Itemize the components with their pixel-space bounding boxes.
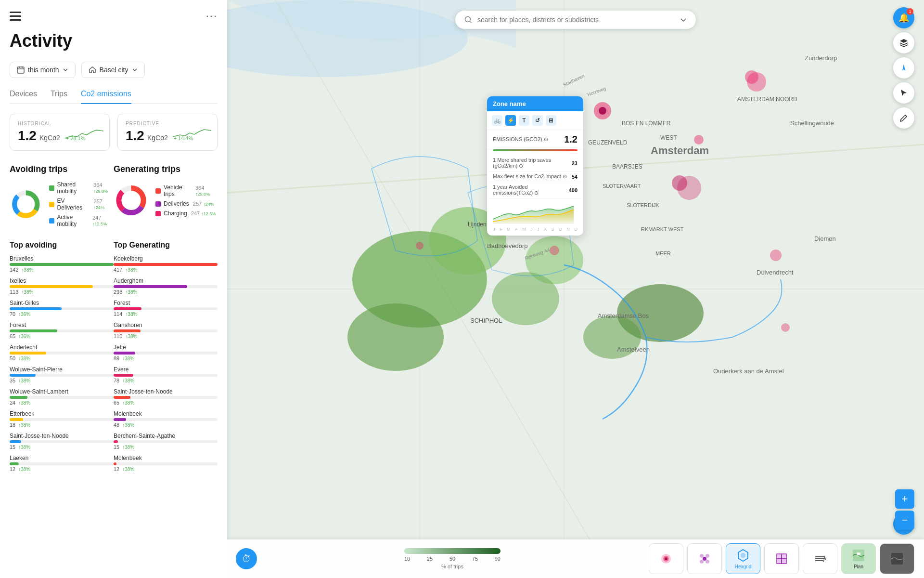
clock-button[interactable]: ⏱ — [236, 548, 257, 569]
bar-fill — [10, 462, 19, 465]
kpi-historical-value: 1.2 — [18, 128, 37, 144]
layer-dots-button[interactable] — [687, 543, 722, 574]
bar-fill — [10, 263, 114, 266]
zone-icon-text[interactable]: T — [519, 115, 529, 126]
layer-dark-style-button[interactable] — [880, 543, 914, 574]
layers-icon — [899, 38, 909, 48]
bar-delta: ↑38% — [122, 467, 134, 472]
bar-track — [10, 440, 114, 443]
hexgrid-icon — [736, 549, 750, 562]
svg-text:Badhoevedorp: Badhoevedorp — [487, 242, 528, 250]
svg-text:Amsterdam: Amsterdam — [651, 144, 709, 157]
bar-fill — [114, 352, 135, 355]
tab-trips[interactable]: Trips — [51, 90, 67, 104]
bar-delta: ↑38% — [125, 312, 137, 317]
legend-dot-blue — [49, 218, 54, 223]
bar-track — [114, 307, 218, 310]
navigate-button[interactable] — [893, 57, 914, 79]
bar-track — [10, 396, 114, 399]
bar-track — [114, 285, 218, 288]
cursor-button[interactable] — [893, 82, 914, 104]
bar-lists: Top avoiding Bruxelles 142 ↑38% Ixelles … — [10, 241, 218, 477]
zone-chart: JFMAMJ JASOND — [487, 198, 583, 236]
tab-co2[interactable]: Co2 emissions — [81, 90, 131, 104]
bar-stats: 298 ↑38% — [114, 289, 218, 295]
bar-item-name: Saint-Gilles — [10, 300, 114, 306]
bar-stats: 114 ↑38% — [114, 311, 218, 317]
bar-fill — [114, 440, 118, 443]
edit-button[interactable] — [893, 107, 914, 129]
zoom-in-button[interactable]: + — [895, 489, 914, 509]
bar-item-name: Koekelberg — [114, 255, 218, 262]
zoom-out-button[interactable]: − — [895, 511, 914, 530]
avoiding-bar-item: Forest 65 ↑36% — [10, 322, 114, 339]
bar-fill — [10, 329, 57, 332]
layer-zones-button[interactable] — [764, 543, 799, 574]
bar-track — [114, 440, 218, 443]
layer-heatmap-button[interactable] — [649, 543, 683, 574]
generating-bar-item: Jette 89 ↑38% — [114, 344, 218, 361]
bar-fill — [114, 285, 187, 288]
home-icon — [89, 66, 96, 74]
edit-icon — [899, 113, 909, 123]
tab-devices[interactable]: Devices — [10, 90, 37, 104]
bar-delta: ↑38% — [125, 289, 137, 295]
zone-icon-charge[interactable]: ⚡ — [505, 115, 516, 126]
left-panel: ··· Activity this month Basel city Devic… — [0, 0, 227, 578]
avoiding-donut-chart — [10, 185, 42, 223]
zone-stat-2: 1 year Avoided emissions(TCo2) ⊙ 400 — [487, 182, 583, 198]
zone-icon-grid[interactable]: ⊞ — [546, 115, 556, 126]
tabs-row: Devices Trips Co2 emissions — [10, 90, 218, 104]
kpi-predictive-value: 1.2 — [126, 128, 144, 144]
date-filter-button[interactable]: this month — [10, 62, 76, 78]
avoiding-bars-container: Bruxelles 142 ↑38% Ixelles 113 ↑38% Sain… — [10, 255, 114, 472]
legend-label-deliveries: Deliveries — [164, 200, 189, 207]
zone-icon-bike[interactable]: 🚲 — [492, 115, 502, 126]
navigate-icon — [899, 63, 909, 73]
svg-point-70 — [703, 557, 706, 561]
menu-icon[interactable] — [10, 12, 21, 21]
more-options-icon[interactable]: ··· — [206, 10, 218, 22]
zone-icon-recycle[interactable]: ↺ — [532, 115, 543, 126]
bar-track — [114, 329, 218, 332]
svg-text:RKMARKT WEST: RKMARKT WEST — [641, 226, 684, 232]
kpi-predictive-sparkline — [173, 126, 211, 143]
generating-bar-item: Auderghem 298 ↑38% — [114, 277, 218, 295]
bar-item-name: Berchem-Sainte-Agathe — [114, 433, 218, 439]
bar-stats: 70 ↑36% — [10, 311, 114, 317]
bar-value: 12 — [114, 466, 119, 472]
bar-fill — [10, 285, 93, 288]
notification-button[interactable]: 🔔 1 — [893, 7, 914, 28]
layer-map-style-button[interactable]: Plan — [841, 543, 876, 574]
svg-text:Amstelveen: Amstelveen — [617, 346, 650, 353]
bar-value: 78 — [114, 378, 119, 383]
layer-wind-button[interactable] — [803, 543, 837, 574]
bar-track — [114, 418, 218, 421]
bar-item-name: Forest — [114, 300, 218, 306]
bar-stats: 142 ↑38% — [10, 267, 114, 273]
bar-stats: 65 ↑38% — [114, 400, 218, 406]
legend-tick-3: 75 — [472, 556, 478, 562]
bar-item-name: Bruxelles — [10, 255, 114, 262]
svg-point-61 — [465, 17, 471, 22]
bar-fill — [114, 263, 218, 266]
chevron-down-search-icon[interactable] — [680, 16, 687, 24]
zone-stat-label-2: 1 year Avoided emissions(TCo2) ⊙ — [493, 184, 569, 196]
legend-tick-1: 25 — [427, 556, 433, 562]
bar-item-name: Saint-Josse-ten-Noode — [114, 388, 218, 395]
top-generating-title: Top Generating — [114, 241, 218, 250]
svg-point-36 — [599, 107, 606, 115]
map-controls-right: 🔔 1 — [893, 7, 914, 129]
search-input[interactable] — [477, 16, 675, 24]
location-filter-button[interactable]: Basel city — [81, 62, 145, 78]
layers-button[interactable] — [893, 32, 914, 53]
bar-item-name: Laeken — [10, 455, 114, 461]
map-search-bar[interactable] — [455, 11, 696, 29]
bar-track — [114, 352, 218, 355]
svg-point-68 — [700, 560, 704, 564]
layer-hexgrid-button[interactable]: Hexgrid — [726, 543, 760, 574]
map-bottom-bar: ⏱ 10 25 50 75 90 % of trips — [227, 539, 924, 578]
avoiding-bar-item: Bruxelles 142 ↑38% — [10, 255, 114, 273]
top-avoiding-section: Top avoiding Bruxelles 142 ↑38% Ixelles … — [10, 241, 114, 477]
bar-item-name: Woluwe-Saint-Lambert — [10, 388, 114, 395]
